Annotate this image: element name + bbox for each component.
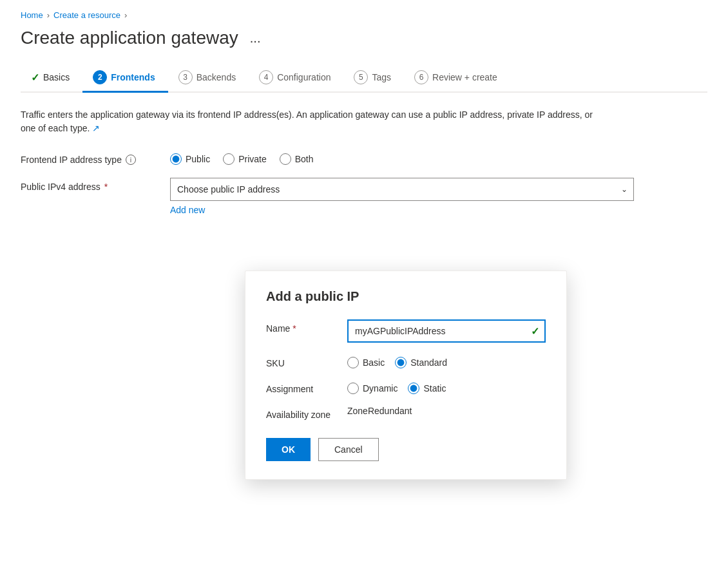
ellipsis-button[interactable]: ... <box>246 30 265 47</box>
tab-backends-label: Backends <box>196 72 236 82</box>
frontend-ip-info-icon[interactable]: i <box>126 155 136 165</box>
radio-public-label: Public <box>186 154 210 164</box>
breadcrumb-create-resource[interactable]: Create a resource <box>53 10 120 20</box>
tab-frontends[interactable]: 2 Frontends <box>82 64 168 93</box>
tab-configuration-circle: 4 <box>259 70 273 84</box>
tab-basics-label: Basics <box>43 72 70 82</box>
breadcrumb-home[interactable]: Home <box>21 10 43 20</box>
frontend-ip-radio-group: Public Private Both <box>170 151 314 165</box>
tab-backends-circle: 3 <box>178 70 193 84</box>
tab-tags[interactable]: 5 Tags <box>343 64 404 93</box>
add-public-ip-dialog: Add a public IP Name * ✓ SKU <box>245 270 567 480</box>
tab-frontends-circle: 2 <box>93 70 107 84</box>
tab-review-circle: 6 <box>414 70 428 84</box>
dialog-availability-control: ZoneRedundant <box>347 406 546 416</box>
assignment-radio-dynamic[interactable]: Dynamic <box>347 383 398 394</box>
frontend-ip-row: Frontend IP address type i Public Privat… <box>21 151 707 165</box>
tab-review-create-label: Review + create <box>432 72 497 82</box>
assignment-static-input[interactable] <box>408 383 419 394</box>
radio-private[interactable]: Private <box>223 153 267 165</box>
sku-standard-input[interactable] <box>395 357 407 368</box>
dialog-sku-row: SKU Basic Standard <box>266 354 546 368</box>
assignment-radio-group: Dynamic Static <box>347 380 546 394</box>
sku-radio-group: Basic Standard <box>347 354 546 368</box>
frontends-description: Traffic enters the application gateway v… <box>21 108 600 135</box>
dialog-assignment-label: Assignment <box>266 380 337 394</box>
radio-public-input[interactable] <box>170 153 182 165</box>
radio-both[interactable]: Both <box>280 153 314 165</box>
dialog-availability-label: Availability zone <box>266 406 337 420</box>
dialog-availability-row: Availability zone ZoneRedundant <box>266 406 546 420</box>
dialog-name-required: * <box>292 323 296 334</box>
public-ipv4-control: Choose public IP address ⌄ Add new <box>170 178 634 215</box>
dialog-sku-control: Basic Standard <box>347 354 546 368</box>
dialog-title: Add a public IP <box>266 289 546 304</box>
tab-configuration-label: Configuration <box>277 72 330 82</box>
add-new-link[interactable]: Add new <box>170 205 205 215</box>
assignment-radio-static[interactable]: Static <box>408 383 446 394</box>
tabs-row: ✓ Basics 2 Frontends 3 Backends 4 Config… <box>21 64 707 93</box>
dialog-assignment-row: Assignment Dynamic Static <box>266 380 546 394</box>
name-input-wrapper: ✓ <box>347 319 546 343</box>
breadcrumb-sep2: › <box>124 10 127 20</box>
name-valid-check-icon: ✓ <box>531 325 539 337</box>
availability-zone-value: ZoneRedundant <box>347 403 412 416</box>
tab-tags-circle: 5 <box>354 70 368 84</box>
tab-frontends-label: Frontends <box>111 72 155 82</box>
sku-radio-standard[interactable]: Standard <box>395 357 447 368</box>
name-input[interactable] <box>347 319 546 343</box>
frontend-ip-label: Frontend IP address type i <box>21 151 149 165</box>
dialog-name-row: Name * ✓ <box>266 319 546 343</box>
dialog-cancel-button[interactable]: Cancel <box>318 438 379 461</box>
assignment-static-label: Static <box>423 383 446 394</box>
sku-basic-label: Basic <box>363 357 385 368</box>
description-link[interactable]: ↗ <box>92 123 100 133</box>
sku-basic-input[interactable] <box>347 357 359 368</box>
radio-both-label: Both <box>295 154 314 164</box>
dialog-ok-button[interactable]: OK <box>266 438 311 461</box>
breadcrumb-sep1: › <box>47 10 50 20</box>
public-ipv4-dropdown[interactable]: Choose public IP address <box>170 178 634 201</box>
page-title-row: Create application gateway ... <box>21 28 707 48</box>
sku-radio-basic[interactable]: Basic <box>347 357 385 368</box>
assignment-dynamic-input[interactable] <box>347 383 359 394</box>
public-ipv4-label: Public IPv4 address * <box>21 178 149 192</box>
breadcrumb: Home › Create a resource › <box>21 10 707 20</box>
radio-private-input[interactable] <box>223 153 235 165</box>
dialog-buttons: OK Cancel <box>266 438 546 461</box>
tab-tags-label: Tags <box>372 72 391 82</box>
dialog-sku-label: SKU <box>266 354 337 368</box>
public-ipv4-dropdown-wrapper: Choose public IP address ⌄ <box>170 178 634 201</box>
dialog-name-control: ✓ <box>347 319 546 343</box>
radio-both-input[interactable] <box>280 153 291 165</box>
assignment-dynamic-label: Dynamic <box>363 383 398 394</box>
public-ipv4-required: * <box>104 182 108 192</box>
page-title: Create application gateway <box>21 28 238 48</box>
basics-check-icon: ✓ <box>31 71 39 84</box>
dialog-name-label: Name * <box>266 319 337 334</box>
tab-basics[interactable]: ✓ Basics <box>21 65 82 92</box>
dialog-assignment-control: Dynamic Static <box>347 380 546 394</box>
radio-private-label: Private <box>238 154 267 164</box>
public-ipv4-row: Public IPv4 address * Choose public IP a… <box>21 178 707 215</box>
radio-public[interactable]: Public <box>170 153 210 165</box>
tab-configuration[interactable]: 4 Configuration <box>249 64 343 93</box>
page-container: Home › Create a resource › Create applic… <box>0 0 728 588</box>
tab-review-create[interactable]: 6 Review + create <box>404 64 510 93</box>
tab-backends[interactable]: 3 Backends <box>168 64 249 93</box>
sku-standard-label: Standard <box>410 357 447 368</box>
